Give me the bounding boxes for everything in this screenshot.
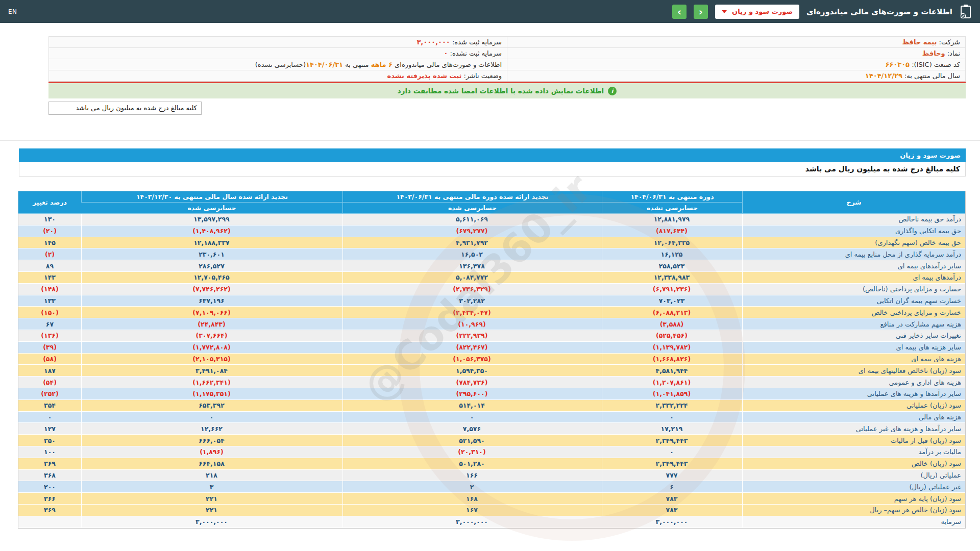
period-value: (۱,۴۰۸,۹۶۲) [81,226,342,237]
page-title: اطلاعات و صورت‌های مالی میاندوره‌ای [806,7,952,16]
period-value: ۲,۳۴۹,۴۴۳ [602,435,742,446]
period-value: ۱۳۶,۴۷۸ [342,260,602,272]
period-value: (۵۲۵,۴۵۶) [602,330,742,342]
change-percent-value: ۱۳۰ [18,214,81,226]
table-row: سایر درآمدها و هزینه های غیر عملیاتی۱۷,۲… [18,423,965,435]
company-value: بیمه حافظ [902,38,937,46]
change-percent-value: ۰ [18,412,81,423]
fiscal-year-label: سال مالی منتهی به: [904,72,960,80]
row-label: سایر درآمدهای بیمه ای [742,260,965,272]
table-row: سود (زیان) خالص۲,۳۴۹,۴۴۳۵۰۱,۲۸۰۶۶۴,۱۵۸۳۶… [18,458,965,470]
period-value: ۱۳,۵۹۷,۲۹۹ [81,214,342,226]
table-row: عملیاتی (ریال)۷۷۷۱۶۶۲۱۸۳۶۸ [18,470,965,482]
table-row: کد صنعت (ISIC): ۶۶۰۳۰۵ اطلاعات و صورت‌ها… [49,59,966,70]
period-value: ۷۸۳ [602,493,742,505]
header-change-percent: درصد تغییر [18,191,81,214]
clipboard-report-icon[interactable] [960,4,972,19]
change-percent-value: (۱۴۸) [18,284,81,295]
table-row: سال مالی منتهی به: ۱۴۰۴/۱۲/۲۹ وضعیت ناشر… [49,70,966,82]
row-label: مالیات بر درآمد [742,446,965,458]
table-row: درآمد حق بیمه ناخالص۱۲,۸۸۱,۹۷۹۵,۶۱۱,۰۶۹۱… [18,214,965,226]
table-row: هزینه های بیمه ای(۱,۶۶۸,۸۲۶)(۱,۰۵۶,۳۷۵)(… [18,354,965,365]
row-label: درآمد حق بیمه ناخالص [742,214,965,226]
change-percent-value: ۳۶۹ [18,505,81,516]
period-value: (۱۰,۹۶۹) [342,318,602,330]
period-value: (۱,۷۷۲,۸۰۸) [81,342,342,354]
row-label: سود (زیان) خالص هر سهم– ریال [742,505,965,516]
unregistered-capital-value: ۰ [444,49,448,57]
row-label: سود (زیان) قبل از مالیات [742,435,965,446]
chevron-down-icon [722,10,727,13]
period-value: (۷,۷۴۶,۲۶۲) [81,284,342,295]
table-row: خسارت و مزایای پرداختی خالص(۶,۰۸۸,۲۱۳)(۲… [18,307,965,318]
nav-next-button[interactable]: › [672,5,687,19]
row-label: سایر درآمدها و هزینه های عملیاتی [742,388,965,400]
header-restated-fullyear-audit: حسابرسی شده [81,203,342,214]
period-value: (۳۰۷,۶۶۴) [81,330,342,342]
table-row: سود (زیان) ناخالص فعالیتهای بیمه ای۴,۵۸۱… [18,365,965,377]
period-value: ۲۳۰,۶۰۱ [81,248,342,260]
statement-units-note: کلیه مبالغ درج شده به میلیون ریال می باش… [19,162,966,177]
period-value: ۰ [602,412,742,423]
period-value: ۱۶۶ [342,470,602,482]
row-label: غیر عملیاتی (ریال) [742,481,965,493]
period-value: ۱۶۸ [342,493,602,505]
period-value: (۲۲۲,۹۳۹) [342,330,602,342]
period-value: ۱۲,۳۳۸,۹۸۳ [602,272,742,284]
units-note-box: کلیه مبالغ درج شده به میلیون ریال می باش… [48,102,202,115]
period-suffix: (حسابرسی نشده) [255,61,306,68]
table-row: سایر هزینه های بیمه ای(۱,۱۳۹,۷۸۲)(۸۲۲,۴۶… [18,342,965,354]
period-value: (۷,۱۰۹,۰۶۶) [81,307,342,318]
period-value: ۴,۵۸۱,۹۴۴ [602,365,742,377]
isic-label: کد صنعت (ISIC): [912,61,960,68]
period-value: (۲,۱۰۵,۳۱۵) [81,354,342,365]
nav-previous-button[interactable]: ‹ [694,5,708,19]
period-value: ۲۵۸,۵۲۳ [602,260,742,272]
period-value: ۷۸۳ [602,505,742,516]
period-value: ۴,۹۳۱,۷۹۲ [342,237,602,249]
period-value: ۲۲۱ [81,493,342,505]
company-info-section: شرکت: بیمه حافظ سرمایه ثبت شده: ۳,۰۰۰,۰۰… [48,36,966,98]
period-value: (۶,۰۸۸,۲۱۳) [602,307,742,318]
profit-loss-table: شرح دوره منتهی به ۱۴۰۴/۰۶/۳۱ تجدید ارائه… [18,191,966,529]
row-label: حق بیمه خالص (سهم نگهداری) [742,237,965,249]
header-restated-halfyear: تجدید ارائه شده دوره مالی منتهی به ۱۴۰۳/… [342,191,602,203]
fiscal-year-cell: سال مالی منتهی به: ۱۴۰۴/۱۲/۲۹ [507,70,966,82]
change-percent-value: (۲۰) [18,226,81,237]
change-percent-value: (۲۵۲) [18,388,81,400]
period-value: ۰ [602,446,742,458]
period-value: (۱,۲۰۷,۸۶۱) [602,377,742,388]
period-value: (۶,۷۹۱,۲۳۶) [602,284,742,295]
period-value: ۷,۵۷۶ [342,423,602,435]
period-value: ۳۰۲,۲۸۲ [342,295,602,307]
row-label: سود (زیان) عملیاتی [742,400,965,412]
row-label: سود (زیان) پایه هر سهم [742,493,965,505]
statement-type-dropdown[interactable]: صورت سود و زیان [715,5,799,19]
period-value: ۲۲۱ [81,505,342,516]
change-percent-value: ۳۵۴ [18,400,81,412]
row-label: خسارت و مزایای پرداختی خالص [742,307,965,318]
row-label: سایر هزینه های بیمه ای [742,342,965,354]
header-description: شرح [742,191,965,214]
period-value: ۵۲۱,۵۹۰ [342,435,602,446]
header-restated-fullyear: تجدید ارائه شده سال مالی منتهی به ۱۴۰۳/۱… [81,191,342,203]
period-value: ۵,۰۸۴,۷۷۲ [342,272,602,284]
table-row: درآمد سرمایه گذاری از محل منابع بیمه ای۱… [18,248,965,260]
period-value: ۱۲,۸۸۱,۹۷۹ [602,214,742,226]
period-value: (۷۸۴,۷۳۶) [342,377,602,388]
period-date: ۱۴۰۴/۰۶/۳۱ [306,61,343,68]
change-percent-value: ۳۵۰ [18,435,81,446]
period-value: ۳,۰۰۰,۰۰۰ [602,516,742,528]
period-value: (۱,۰۴۱,۸۵۹) [602,388,742,400]
period-value: (۸۲۲,۴۶۷) [342,342,602,354]
isic-value: ۶۶۰۳۰۵ [885,61,910,68]
table-row: سود (زیان) پایه هر سهم۷۸۳۱۶۸۲۲۱۳۶۶ [18,493,965,505]
unregistered-capital-cell: سرمایه ثبت نشده: ۰ [49,48,507,59]
company-info-table: شرکت: بیمه حافظ سرمایه ثبت شده: ۳,۰۰۰,۰۰… [48,36,966,82]
period-value: ۵۰۱,۲۸۰ [342,458,602,470]
period-value: (۲۰,۳۱۰) [342,446,602,458]
change-percent-value: ۱۳۳ [18,295,81,307]
language-switch-en[interactable]: EN [8,8,17,15]
period-value: (۲,۴۳۴,۰۴۷) [342,307,602,318]
period-value: ۶۵۳,۳۹۲ [81,400,342,412]
